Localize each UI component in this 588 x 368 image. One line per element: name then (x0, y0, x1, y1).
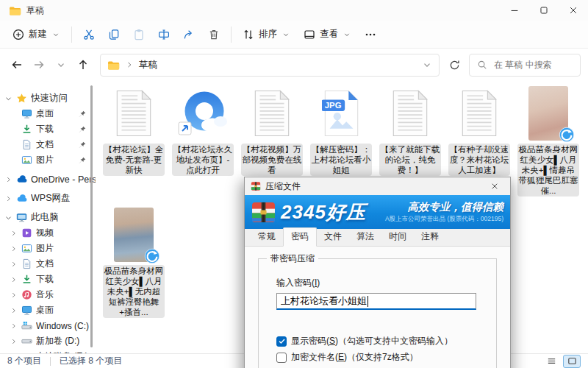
show-password-checkbox[interactable]: 显示密码(S)（勾选可支持中文密码输入） (276, 335, 477, 347)
view-button[interactable]: 查看 (297, 24, 358, 45)
wps-cloud-icon (16, 193, 27, 204)
rename-icon (158, 29, 170, 40)
show-password-label: 显示密码(S)（勾选可支持中文密码输入） (291, 335, 453, 347)
checkbox-checked-icon (276, 336, 287, 347)
file-icon-area (517, 85, 579, 141)
sidebar-tree: 快速访问桌面下载文档图片OneDrive - PersoWPS网盘此电脑视频图片… (0, 91, 96, 353)
sidebar-item-下载[interactable]: 下载 (0, 272, 96, 287)
tree-chevron-right-icon[interactable] (10, 276, 18, 283)
sidebar-item-label: Windows (C:) (36, 321, 89, 331)
tree-chevron-right-icon[interactable] (10, 322, 18, 330)
tree-chevron-right-icon[interactable] (4, 176, 12, 183)
dialog-tab-算法[interactable]: 算法 (349, 228, 381, 246)
file-explorer-window: 草稿 新建 排序 查看 (0, 0, 588, 368)
tree-chevron-right-icon[interactable] (10, 291, 18, 299)
password-input[interactable]: 上村花论坛看小姐姐 (276, 293, 476, 310)
sidebar-item-下载[interactable]: 下载 (0, 121, 96, 137)
refresh-button[interactable] (445, 55, 464, 74)
dialog-tab-文件[interactable]: 文件 (317, 228, 349, 246)
sidebar-section-label: 此电脑 (31, 211, 59, 224)
file-item[interactable]: 【村花论坛】全免费-无套路-更新快 (103, 85, 165, 197)
file-item[interactable]: 【村花论坛永久地址发布页】-点此打开 (172, 85, 234, 197)
pin-icon (79, 157, 86, 164)
play-overlay-icon (559, 127, 575, 143)
dialog-tab-注释[interactable]: 注释 (414, 228, 446, 246)
sidebar-item-label: 下载 (36, 123, 54, 135)
sidebar-item-新加卷 (D:)[interactable]: 新加卷 (D:) (0, 333, 96, 349)
navigation-pane: 快速访问桌面下载文档图片OneDrive - PersoWPS网盘此电脑视频图片… (0, 81, 96, 353)
sidebar-item-图片[interactable]: 图片 (0, 241, 96, 256)
up-button[interactable] (74, 55, 93, 74)
tree-chevron-right-icon[interactable] (10, 307, 18, 314)
sidebar-item-桌面[interactable]: 桌面 (0, 106, 96, 121)
paste-button[interactable] (126, 24, 151, 45)
minimize-button[interactable] (500, 0, 529, 21)
delete-button[interactable] (201, 24, 226, 45)
list-view-icon (546, 355, 557, 367)
pictures-icon (21, 155, 32, 166)
tree-chevron-right-icon[interactable] (4, 195, 12, 202)
sidebar-section-此电脑[interactable]: 此电脑 (0, 210, 96, 225)
maximize-button[interactable] (529, 0, 559, 21)
breadcrumb[interactable]: 草稿 (100, 54, 440, 77)
chevron-down-icon (51, 30, 60, 39)
folder-icon (107, 59, 120, 71)
dialog-tab-时间[interactable]: 时间 (381, 228, 414, 246)
sidebar-section-WPS网盘[interactable]: WPS网盘 (0, 191, 96, 206)
tree-chevron-right-icon[interactable] (10, 245, 18, 252)
pin-icon (79, 126, 86, 133)
sidebar-item-文档[interactable]: 文档 (0, 256, 96, 272)
item-count: 8 个项目 (7, 355, 41, 367)
dialog-tab-密码[interactable]: 密码 (283, 227, 317, 247)
explorer-tab[interactable]: 草稿 (0, 0, 53, 21)
sidebar-item-label: 图片 (36, 154, 54, 166)
tree-chevron-right-icon[interactable] (10, 338, 18, 345)
file-item[interactable]: 极品苗条身材网红美少女▌八月未央+▌情趣吊带狐狸尾巴肛塞催... (517, 85, 579, 197)
sidebar-section-快速访问[interactable]: 快速访问 (0, 91, 96, 106)
sidebar-item-文档[interactable]: 文档 (0, 137, 96, 152)
new-button[interactable]: 新建 (6, 24, 67, 45)
sidebar-section-OneDrive - Perso[interactable]: OneDrive - Perso (0, 171, 96, 187)
sidebar-item-视频[interactable]: 视频 (0, 225, 96, 241)
tree-chevron-right-icon[interactable] (10, 353, 18, 354)
details-view-button[interactable] (542, 355, 560, 368)
tree-chevron-right-icon[interactable] (10, 230, 18, 237)
encrypt-filenames-checkbox[interactable]: 加密文件名(E)（仅支持7z格式） (276, 351, 477, 364)
text-document-icon (460, 90, 498, 137)
sidebar-item-label: 本地磁盘 (E:) (36, 350, 88, 353)
sidebar-item-音乐[interactable]: 音乐 (0, 287, 96, 302)
sidebar-item-label: 文档 (36, 258, 54, 270)
rename-button[interactable] (151, 24, 176, 45)
tree-chevron-right-icon[interactable] (10, 261, 18, 268)
recent-locations-button[interactable] (51, 55, 71, 74)
download-icon (21, 124, 32, 135)
check-icon (278, 337, 286, 345)
qq-browser-shortcut-icon (178, 89, 228, 138)
dialog-tab-常规[interactable]: 常规 (251, 228, 283, 246)
breadcrumb-folder[interactable]: 草稿 (139, 59, 157, 71)
file-item[interactable]: 极品苗条身材网红美少女▌八月未央+▌无内超短裤淫臀艳舞+搔首... (103, 207, 165, 318)
more-options-button[interactable] (358, 24, 383, 45)
forward-button[interactable] (29, 55, 49, 74)
close-icon (490, 182, 499, 191)
sidebar-scrollbar[interactable] (90, 85, 93, 347)
address-history-icon[interactable] (422, 60, 432, 70)
sidebar-item-label: 视频 (36, 227, 54, 239)
brand-name: 2345好压 (281, 199, 366, 225)
sort-button[interactable]: 排序 (236, 24, 297, 45)
sidebar-item-本地磁盘 (E:)[interactable]: 本地磁盘 (E:) (0, 349, 96, 353)
close-button[interactable] (559, 0, 588, 21)
cut-button[interactable] (76, 24, 101, 45)
tree-chevron-down-icon[interactable] (4, 214, 12, 222)
dialog-close-button[interactable] (485, 177, 504, 195)
sidebar-item-桌面[interactable]: 桌面 (0, 302, 96, 318)
search-box[interactable]: 在 草稿 中搜索 (469, 54, 581, 77)
large-thumbnail-view-button[interactable] (563, 355, 581, 368)
copy-button[interactable] (101, 24, 126, 45)
chevron-right-icon (125, 60, 134, 69)
share-button[interactable] (176, 24, 201, 45)
sidebar-item-Windows (C:)[interactable]: Windows (C:) (0, 318, 96, 333)
tree-chevron-down-icon[interactable] (4, 95, 12, 102)
sidebar-item-图片[interactable]: 图片 (0, 152, 96, 168)
back-button[interactable] (7, 55, 26, 74)
